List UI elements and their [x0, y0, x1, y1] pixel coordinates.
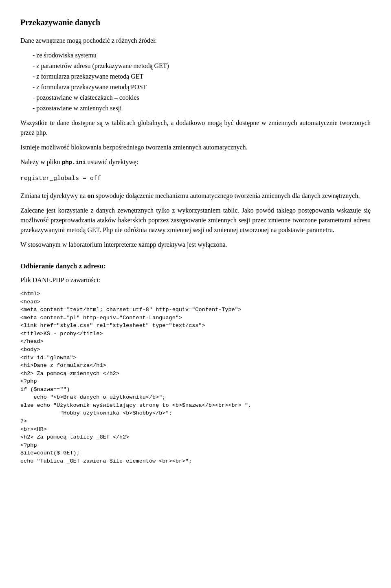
- para5: Zalecane jest korzystanie z danych zewnę…: [20, 206, 371, 235]
- para2: Istnieje możliwość blokowania bezpośredn…: [20, 143, 371, 152]
- code-block-1: <html> <head> <meta content="text/html; …: [20, 290, 371, 465]
- intro-text: Dane zewnętrzne mogą pochodzić z różnych…: [20, 36, 371, 46]
- para4: Zmiana tej dyrektywy na on spowoduje doł…: [20, 191, 371, 201]
- para4-suffix: spowoduje dołączenie mechanizmu automaty…: [94, 192, 360, 199]
- section2-title: Odbieranie danych z adresu:: [20, 261, 371, 272]
- para4-bold: on: [87, 192, 94, 199]
- para3-prefix: Należy w pliku: [20, 158, 62, 165]
- page-title: Przekazywanie danych: [20, 16, 371, 29]
- plik-label: Plik DANE.PHP o zawartości:: [20, 275, 371, 285]
- sources-list: ze środowiska systemu z parametrów adres…: [33, 50, 371, 113]
- para4-prefix: Zmiana tej dyrektywy na: [20, 192, 87, 199]
- para1: Wszystkie te dane dostępne są w tablicac…: [20, 118, 371, 138]
- list-item: z parametrów adresu (przekazywane metodą…: [33, 61, 371, 71]
- para3: Należy w pliku php.ini ustawić dyrektywę…: [20, 157, 371, 167]
- para6: W stosowanym w laboratorium interpreterz…: [20, 240, 371, 250]
- para3-suffix: ustawić dyrektywę:: [86, 158, 138, 165]
- para3-code: php.ini: [62, 159, 86, 166]
- list-item: pozostawiane w ciasteczkach – cookies: [33, 93, 371, 103]
- page-content: Przekazywanie danych Dane zewnętrzne mog…: [20, 16, 371, 465]
- list-item: z formularza przekazywane metodą POST: [33, 82, 371, 92]
- list-item: pozostawiane w zmiennych sesji: [33, 103, 371, 113]
- register-globals-line: register_globals = off: [20, 174, 371, 184]
- list-item: z formularza przekazywane metodą GET: [33, 72, 371, 81]
- list-item: ze środowiska systemu: [33, 50, 371, 60]
